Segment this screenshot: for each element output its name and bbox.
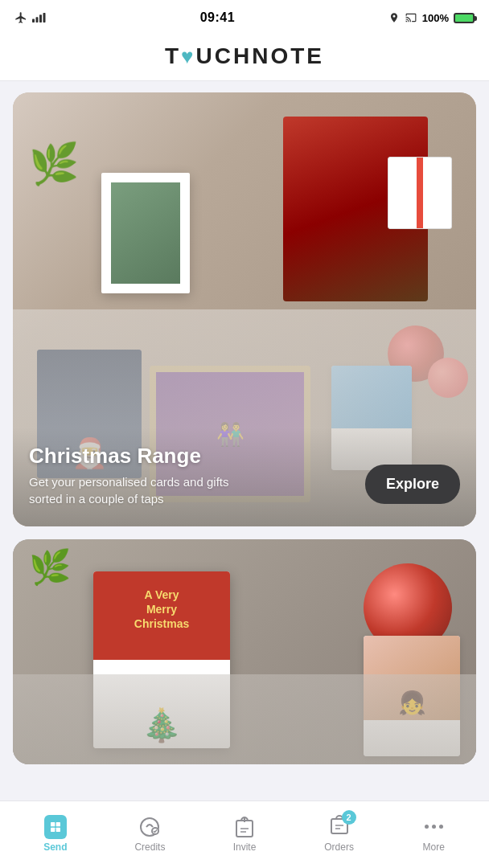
svg-rect-3 <box>43 13 46 23</box>
cast-icon <box>405 12 417 23</box>
location-icon <box>388 12 400 23</box>
credits-nav-icon <box>138 816 161 838</box>
svg-rect-5 <box>55 822 60 826</box>
second-plant-decoration: 🌿 <box>29 547 71 587</box>
svg-rect-6 <box>51 827 55 831</box>
svg-rect-0 <box>32 19 35 23</box>
status-left <box>14 11 47 24</box>
plant-decoration: 🌿 <box>29 141 79 187</box>
send-nav-label: Send <box>43 841 67 853</box>
orders-nav-label: Orders <box>324 841 354 853</box>
status-bar: 09:41 100% <box>0 0 489 35</box>
status-right: 100% <box>388 12 475 24</box>
nav-send[interactable]: Send <box>8 809 103 853</box>
svg-rect-2 <box>39 14 42 23</box>
invite-nav-label: Invite <box>233 841 257 853</box>
airplane-icon <box>14 11 27 24</box>
nav-invite[interactable]: Invite <box>197 809 292 853</box>
christmas-range-banner[interactable]: 🌿 🎅 <box>13 92 476 526</box>
gift-box <box>388 157 452 229</box>
credits-icon <box>138 816 161 838</box>
app-header: T♥UCHNOTE <box>0 35 489 81</box>
battery-percent: 100% <box>422 12 449 24</box>
svg-rect-1 <box>36 17 39 23</box>
main-content: 🌿 🎅 <box>0 81 489 832</box>
bottom-nav: Send Credits Invite <box>0 800 489 868</box>
explore-button[interactable]: Explore <box>365 465 460 504</box>
svg-rect-7 <box>55 827 60 831</box>
send-nav-icon <box>44 816 67 838</box>
nav-orders[interactable]: 2 Orders <box>292 809 387 853</box>
svg-rect-4 <box>51 822 55 826</box>
banner-subtitle: Get your personalised cards and gifts so… <box>29 473 238 507</box>
more-nav-label: More <box>423 841 445 853</box>
credits-nav-label: Credits <box>134 841 165 853</box>
more-dots-icon <box>425 825 443 829</box>
nav-more[interactable]: More <box>386 809 481 853</box>
send-icon <box>49 821 62 833</box>
orders-badge: 2 <box>342 810 356 825</box>
orders-nav-icon: 2 <box>328 816 351 838</box>
logo-heart: ♥ <box>181 44 195 68</box>
invite-icon <box>234 816 255 838</box>
photo-frame-product <box>101 173 190 293</box>
more-nav-icon <box>422 816 445 838</box>
signal-icon <box>32 12 47 23</box>
second-banner-background: 🌿 A VeryMerryChristmas 🎄 👧 <box>13 539 476 764</box>
invite-nav-icon <box>233 816 256 838</box>
nav-credits[interactable]: Credits <box>103 809 198 853</box>
christmas-cards-banner[interactable]: 🌿 A VeryMerryChristmas 🎄 👧 <box>13 539 476 764</box>
app-logo: T♥UCHNOTE <box>0 43 489 69</box>
status-time: 09:41 <box>200 10 235 25</box>
battery-icon <box>454 13 475 23</box>
